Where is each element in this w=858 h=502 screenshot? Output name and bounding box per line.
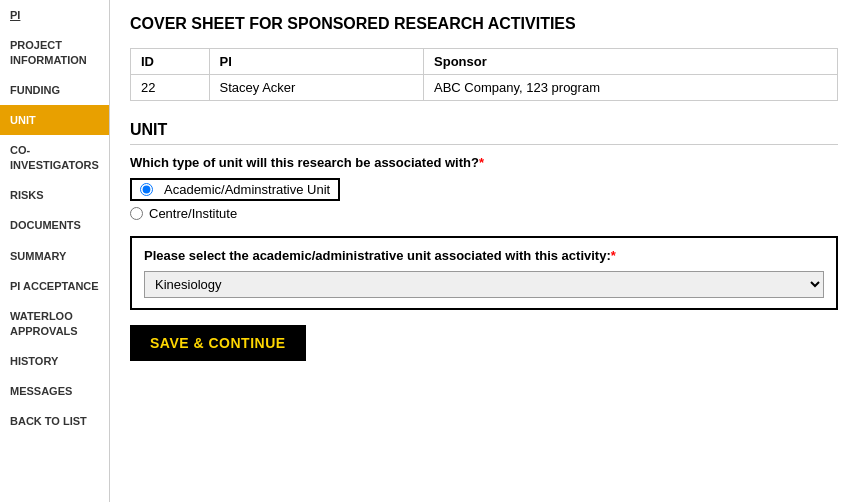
unit-dropdown[interactable]: Kinesiology Biology Chemistry Physics Ma…: [144, 271, 824, 298]
col-header-pi: PI: [209, 49, 424, 75]
sidebar-item-summary[interactable]: SUMMARY: [0, 241, 109, 271]
page-title: COVER SHEET FOR SPONSORED RESEARCH ACTIV…: [130, 15, 838, 38]
sidebar-item-pi-acceptance[interactable]: PI ACCEPTANCE: [0, 271, 109, 301]
unit-selection-box: Please select the academic/administrativ…: [130, 236, 838, 310]
radio-group-unit-type: Academic/Adminstrative Unit Centre/Insti…: [130, 178, 838, 221]
sidebar-item-risks[interactable]: RISKS: [0, 180, 109, 210]
save-continue-button[interactable]: SAVE & CONTINUE: [130, 325, 306, 361]
unit-box-required-star: *: [611, 248, 616, 263]
sidebar-item-documents[interactable]: DOCUMENTS: [0, 210, 109, 240]
unit-type-question: Which type of unit will this research be…: [130, 155, 838, 221]
row-pi: Stacey Acker: [209, 75, 424, 101]
unit-box-label-text: Please select the academic/administrativ…: [144, 248, 611, 263]
radio-option-centre[interactable]: Centre/Institute: [130, 206, 838, 221]
radio-option-academic[interactable]: Academic/Adminstrative Unit: [130, 178, 838, 201]
sidebar: PI PROJECT INFORMATION FUNDING UNIT CO-I…: [0, 0, 110, 502]
unit-box-label: Please select the academic/administrativ…: [144, 248, 824, 263]
main-content: COVER SHEET FOR SPONSORED RESEARCH ACTIV…: [110, 0, 858, 502]
unit-type-label: Which type of unit will this research be…: [130, 155, 838, 170]
sidebar-item-co-investigators[interactable]: CO-INVESTIGATORS: [0, 135, 109, 180]
row-id: 22: [131, 75, 210, 101]
col-header-sponsor: Sponsor: [424, 49, 838, 75]
sidebar-item-messages[interactable]: MESSAGES: [0, 376, 109, 406]
required-star: *: [479, 155, 484, 170]
radio-selected-border: Academic/Adminstrative Unit: [130, 178, 340, 201]
sidebar-item-funding[interactable]: FUNDING: [0, 75, 109, 105]
radio-academic[interactable]: [140, 183, 153, 196]
sidebar-item-back-to-list[interactable]: BACK TO LIST: [0, 406, 109, 436]
row-sponsor: ABC Company, 123 program: [424, 75, 838, 101]
section-title: UNIT: [130, 121, 838, 145]
radio-academic-label: Academic/Adminstrative Unit: [164, 182, 330, 197]
sidebar-item-history[interactable]: HISTORY: [0, 346, 109, 376]
sidebar-item-unit[interactable]: UNIT: [0, 105, 109, 135]
table-row: 22 Stacey Acker ABC Company, 123 program: [131, 75, 838, 101]
question-text: Which type of unit will this research be…: [130, 155, 479, 170]
sidebar-item-waterloo-approvals[interactable]: WATERLOO APPROVALS: [0, 301, 109, 346]
col-header-id: ID: [131, 49, 210, 75]
sidebar-item-project-information[interactable]: PROJECT INFORMATION: [0, 30, 109, 75]
sidebar-item-pi[interactable]: PI: [0, 0, 109, 30]
info-table: ID PI Sponsor 22 Stacey Acker ABC Compan…: [130, 48, 838, 101]
radio-centre-label: Centre/Institute: [149, 206, 237, 221]
radio-centre[interactable]: [130, 207, 143, 220]
